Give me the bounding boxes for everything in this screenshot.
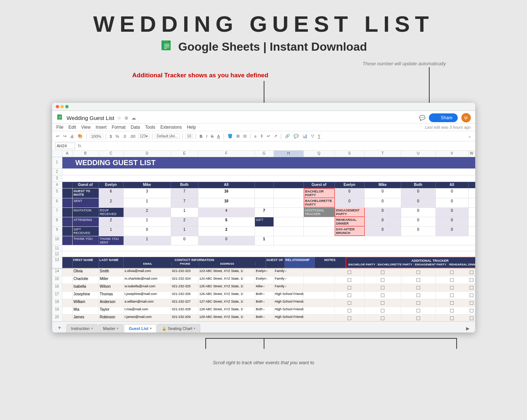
cell-first-name[interactable]: James: [73, 315, 99, 321]
paint-format-icon[interactable]: 🎨: [77, 133, 84, 139]
italic-icon[interactable]: I: [205, 133, 208, 139]
currency-icon[interactable]: $: [109, 133, 113, 139]
cell-rd[interactable]: [436, 315, 469, 321]
cell-address[interactable]: 126 ABC Street, XYZ State, 1!: [198, 292, 255, 299]
cell-dab[interactable]: [469, 292, 475, 299]
cell-last-name[interactable]: Thomas: [99, 292, 124, 299]
border-icon[interactable]: ⊞: [235, 133, 241, 139]
cell-last-name[interactable]: Smith: [99, 269, 124, 276]
cell-relationship[interactable]: Family ▾: [274, 276, 304, 284]
decimal-icon2[interactable]: .00: [129, 133, 136, 139]
cell-phone[interactable]: 021-232-329: [171, 315, 198, 321]
tab-seating-chart[interactable]: 🔒 Seating Chart ▾: [157, 324, 200, 332]
tab-instruction[interactable]: Instruction ▾: [66, 324, 98, 332]
cell-guest-of[interactable]: Both ▾: [255, 292, 274, 299]
cell-bp[interactable]: [335, 276, 365, 284]
cell-dab[interactable]: [469, 269, 475, 276]
cell-phone[interactable]: 021-232-327: [171, 299, 198, 307]
comment-tool-icon[interactable]: 💬: [292, 133, 300, 139]
menu-view[interactable]: View: [81, 125, 91, 130]
menu-data[interactable]: Data: [131, 125, 140, 130]
cell-bp[interactable]: [335, 307, 365, 314]
cell-rd[interactable]: [436, 269, 469, 276]
cell-bcp[interactable]: [365, 276, 401, 284]
cell-rd[interactable]: [436, 284, 469, 291]
cell-notes[interactable]: [304, 299, 335, 307]
cell-bcp[interactable]: [365, 315, 401, 321]
cell-email[interactable]: t.josephine@mail.com: [124, 292, 171, 299]
cell-bcp[interactable]: [365, 284, 401, 291]
cell-bcp[interactable]: [365, 269, 401, 276]
percent-icon[interactable]: %: [115, 133, 120, 139]
cell-rd[interactable]: [436, 299, 469, 307]
cell-address[interactable]: 129 ABC Street, XYZ State, 1!: [198, 315, 255, 321]
cell-guest-of[interactable]: Evelyn ▾: [255, 276, 274, 284]
cell-reference[interactable]: [55, 143, 75, 149]
font-size[interactable]: 10: [185, 133, 193, 139]
merge-icon[interactable]: ⊟: [242, 133, 248, 139]
cell-dab[interactable]: [469, 299, 475, 307]
format-num[interactable]: 123▾: [138, 133, 150, 139]
cell-first-name[interactable]: William: [73, 299, 99, 307]
menu-tools[interactable]: Tools: [145, 125, 155, 130]
cell-bcp[interactable]: [365, 292, 401, 299]
cell-ep[interactable]: [401, 269, 436, 276]
cell-relationship[interactable]: High School Friends ▾: [274, 315, 304, 321]
cell-guest-of[interactable]: Both ▾: [255, 315, 274, 321]
cell-relationship[interactable]: High School Friends ▾: [274, 292, 304, 299]
cell-rd[interactable]: [436, 307, 469, 314]
tab-guest-list[interactable]: Guest List ▾: [124, 324, 156, 332]
cell-bcp[interactable]: [365, 307, 401, 314]
decimal-icon[interactable]: .0: [122, 133, 127, 139]
cell-dab[interactable]: [469, 315, 475, 321]
cell-bp[interactable]: [335, 284, 365, 291]
cell-guest-of[interactable]: Both ▾: [255, 307, 274, 314]
cell-guest-of[interactable]: Evelyn ▾: [255, 269, 274, 276]
undo-icon[interactable]: ↩: [55, 133, 61, 139]
fill-color-icon[interactable]: 🪣: [226, 133, 234, 139]
cell-email[interactable]: r.james@mail.com: [124, 315, 171, 321]
cell-phone[interactable]: 021-232-328: [171, 307, 198, 314]
redo-icon[interactable]: ↪: [62, 133, 67, 139]
cell-last-name[interactable]: Wilson: [99, 284, 124, 291]
menu-format[interactable]: Format: [112, 125, 125, 130]
cell-first-name[interactable]: Josephine: [73, 292, 99, 299]
cell-phone[interactable]: 021-232-325: [171, 284, 198, 291]
filter-icon[interactable]: ▽: [310, 133, 315, 139]
cell-dab[interactable]: [469, 284, 475, 291]
cell-address[interactable]: 124 ABC Street, XYZ State, 1!: [198, 276, 255, 284]
cell-last-name[interactable]: Miller: [99, 276, 124, 284]
tab-master[interactable]: Master ▾: [98, 324, 124, 332]
cell-phone[interactable]: 021-232-324: [171, 276, 198, 284]
menu-insert[interactable]: Insert: [96, 125, 106, 130]
cell-rd[interactable]: [436, 276, 469, 284]
cell-first-name[interactable]: Isabella: [73, 284, 99, 291]
cell-first-name[interactable]: Olivia: [73, 269, 99, 276]
cell-ep[interactable]: [401, 299, 436, 307]
cell-ep[interactable]: [401, 284, 436, 291]
cell-last-name[interactable]: Taylor: [99, 307, 124, 314]
cell-notes[interactable]: [304, 276, 335, 284]
function-icon[interactable]: ∑: [317, 133, 322, 139]
menu-file[interactable]: File: [57, 125, 63, 130]
cell-notes[interactable]: [304, 269, 335, 276]
cell-address[interactable]: 128 ABC Street, XYZ State, 1!: [198, 307, 255, 314]
cell-notes[interactable]: [304, 315, 335, 321]
cell-phone[interactable]: 021-232-323: [171, 269, 198, 276]
cell-notes[interactable]: [304, 292, 335, 299]
share-button[interactable]: 👤 Share: [429, 113, 457, 122]
menu-help[interactable]: Help: [187, 125, 196, 130]
cell-ep[interactable]: [401, 307, 436, 314]
cell-last-name[interactable]: Anderson: [99, 299, 124, 307]
cell-email[interactable]: m.charlotte@mail.com: [124, 276, 171, 284]
cell-email[interactable]: s.olivia@mail.com: [124, 269, 171, 276]
cell-relationship[interactable]: High School Friends ▾: [274, 307, 304, 314]
cell-bp[interactable]: [335, 292, 365, 299]
cell-ep[interactable]: [401, 292, 436, 299]
cell-guest-of[interactable]: Both ▾: [255, 299, 274, 307]
font-selector[interactable]: Default (Ari...: [155, 133, 180, 139]
print-icon[interactable]: 🖨: [69, 133, 75, 139]
cell-email[interactable]: w.isabella@mail.com: [124, 284, 171, 291]
cell-notes[interactable]: [304, 307, 335, 314]
tab-nav-right[interactable]: ▶: [463, 324, 472, 332]
